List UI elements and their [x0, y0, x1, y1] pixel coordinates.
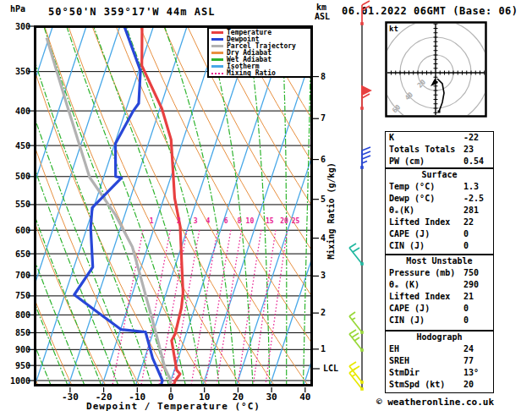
- metrics-panel-hodograph: HodographEH24SREH77StmDir13°StmSpd (kt)2…: [385, 331, 494, 393]
- metric-value: 290: [463, 279, 479, 291]
- pressure-tick-label: 450: [3, 141, 30, 151]
- legend-swatch-solid: [211, 38, 223, 41]
- km-tick-label: 6: [321, 155, 326, 164]
- metric-value: 24: [463, 343, 474, 355]
- metric-row: StmSpd (kt)20: [386, 379, 493, 391]
- panel-header: Most Unstable: [386, 255, 493, 267]
- legend-swatch-solid: [211, 65, 223, 68]
- metric-label: Totals Totals: [389, 145, 455, 154]
- legend-label: Mixing Ratio: [227, 69, 276, 77]
- wind-barb: [349, 369, 364, 391]
- pressure-tick-label: 500: [3, 172, 30, 181]
- hodograph-unit-label: kt: [389, 25, 398, 33]
- temp-tick-label: -20: [90, 392, 118, 403]
- pressure-tick-label: 400: [3, 107, 30, 116]
- metric-value: 1.3: [463, 181, 479, 193]
- wind-barb: [360, 86, 370, 110]
- panel-header: Hodograph: [386, 332, 493, 343]
- metric-value: 0.54: [463, 156, 484, 167]
- metric-row: Temp (°C)1.3: [386, 181, 493, 193]
- pressure-tick-label: 750: [3, 291, 30, 300]
- metric-label: CAPE (J): [389, 229, 430, 238]
- temp-tick-label: 0: [157, 392, 184, 403]
- hodograph-trace-end-dot: [438, 111, 441, 113]
- metric-label: Lifted Index: [389, 292, 450, 301]
- metric-value: 0: [463, 315, 469, 326]
- legend-swatch-solid: [211, 52, 223, 54]
- wind-barb: [349, 362, 364, 384]
- pressure-tick-label: 850: [3, 328, 30, 337]
- metric-value: 281: [463, 205, 479, 216]
- metric-row: CIN (J)0: [386, 240, 493, 252]
- metric-row: θₑ(K)281: [386, 205, 493, 216]
- mixing-ratio-value-label: 1: [144, 217, 159, 225]
- mixing-ratio-value-label: 2: [171, 217, 186, 225]
- metric-row: Lifted Index22: [386, 216, 493, 228]
- metric-label: CIN (J): [389, 315, 425, 325]
- metric-value: 750: [463, 267, 479, 279]
- metric-row: Pressure (mb)750: [386, 267, 493, 279]
- metric-value: 21: [463, 291, 474, 303]
- pressure-tick-label: 700: [3, 271, 30, 280]
- metric-label: θₑ(K): [389, 206, 414, 215]
- metric-value: -2.5: [463, 193, 484, 205]
- metric-label: StmSpd (kt): [389, 380, 445, 389]
- metric-value: 13°: [463, 367, 479, 379]
- wind-barb: [360, 147, 370, 169]
- metric-label: SREH: [389, 356, 409, 365]
- temp-tick-label: 20: [224, 392, 251, 403]
- copyright-link[interactable]: © weatheronline.co.uk: [376, 397, 494, 408]
- panel-header: Surface: [386, 169, 493, 181]
- metric-row: Dewp (°C)-2.5: [386, 193, 493, 205]
- metric-row: StmDir13°: [386, 367, 493, 379]
- metric-row: CAPE (J)0: [386, 228, 493, 240]
- metric-row: EH24: [386, 343, 493, 355]
- km-tick-label: 7: [321, 113, 326, 123]
- hodograph: 204060: [385, 21, 488, 118]
- metric-row: CIN (J)0: [386, 315, 493, 326]
- metric-value: 22: [463, 216, 474, 228]
- wet-adiabat: [0, 26, 1, 386]
- pressure-tick-label: 350: [3, 67, 30, 76]
- skewt-sounding-screen: hPa 50°50'N 359°17'W 44m ASL km ASL 06.0…: [0, 0, 532, 411]
- hodograph-trace: [437, 79, 444, 112]
- metric-label: Lifted Index: [389, 217, 450, 227]
- legend-swatch-solid: [211, 45, 223, 47]
- km-tick-label: 5: [321, 195, 326, 204]
- metric-row: PW (cm)0.54: [386, 156, 493, 167]
- mixing-ratio-value-label: 10: [242, 217, 257, 225]
- temp-tick-label: -30: [57, 392, 84, 403]
- mixing-ratio-value-label: 4: [200, 217, 216, 225]
- metric-label: CAPE (J): [389, 304, 430, 313]
- km-tick-label: 1: [321, 344, 326, 353]
- metric-value: 77: [463, 355, 474, 367]
- metrics-panel-surface: SurfaceTemp (°C)1.3Dewp (°C)-2.5θₑ(K)281…: [385, 168, 494, 255]
- pressure-tick-label: 650: [3, 249, 30, 259]
- temp-tick-label: -10: [123, 392, 151, 403]
- metric-row: θₑ (K)290: [386, 279, 493, 291]
- km-tick-label: 2: [321, 308, 326, 317]
- km-tick-label: 3: [321, 271, 326, 280]
- pressure-tick-label: 300: [3, 22, 30, 31]
- pressure-tick-label: 550: [3, 200, 30, 209]
- legend-swatch-dotted: [211, 73, 223, 74]
- legend-swatch-solid: [211, 31, 223, 34]
- metric-value: 0: [463, 303, 469, 315]
- metric-label: StmDir: [389, 368, 420, 377]
- metric-row: SREH77: [386, 355, 493, 367]
- metrics-panel: K-22Totals Totals23PW (cm)0.54: [385, 131, 494, 168]
- pressure-tick-label: 1000: [3, 376, 30, 386]
- metric-row: CAPE (J)0: [386, 303, 493, 315]
- metric-label: PW (cm): [389, 156, 425, 166]
- metric-value: 20: [463, 379, 474, 391]
- metric-row: K-22: [386, 132, 493, 144]
- pressure-tick-label: 800: [3, 310, 30, 320]
- metric-label: EH: [389, 344, 399, 353]
- wind-barb: [360, 1, 370, 25]
- metric-value: 0: [463, 240, 469, 252]
- metric-row: Lifted Index21: [386, 291, 493, 303]
- chart-legend: TemperatureDewpointParcel TrajectoryDry …: [207, 27, 312, 78]
- metric-value: -22: [463, 132, 479, 144]
- metric-value: 23: [463, 144, 474, 156]
- metric-label: Dewp (°C): [389, 194, 435, 203]
